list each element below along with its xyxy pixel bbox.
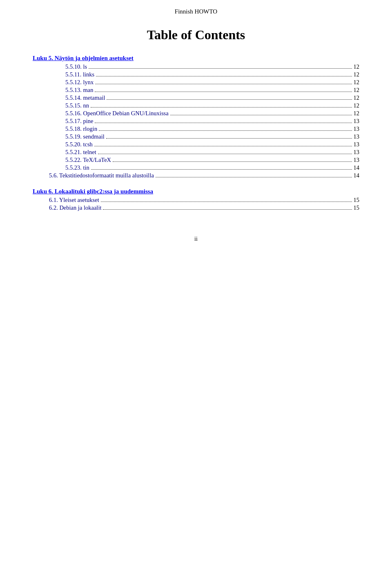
toc-entry: 5.5.12. lynx12 (33, 79, 359, 86)
section-heading-link-luku5[interactable]: Luku 5. Näytön ja ohjelmien asetukset (33, 55, 134, 61)
toc-link[interactable]: 5.5.11. links (65, 71, 94, 78)
toc-entry: 5.5.15. nn12 (33, 102, 359, 109)
toc-entry: 5.5.10. ls12 (33, 63, 359, 70)
toc-entry: 5.5.22. TeX/LaTeX13 (33, 157, 359, 164)
toc-page-number: 15 (354, 197, 360, 204)
section-heading-luku6[interactable]: Luku 6. Lokaalituki glibc2:ssa ja uudemm… (33, 188, 359, 195)
toc-link[interactable]: 5.5.13. man (65, 87, 93, 94)
toc-entry: 5.5.21. telnet13 (33, 149, 359, 156)
toc-dots (113, 161, 352, 162)
toc-page-number: 13 (354, 118, 360, 125)
toc-page-number: 13 (354, 141, 360, 148)
toc-page-number: 14 (354, 172, 360, 179)
toc-link[interactable]: 5.5.16. OpenOffice Debian GNU/Linuxissa (65, 110, 169, 117)
toc-link[interactable]: 5.5.21. telnet (65, 149, 96, 156)
toc-link[interactable]: 5.5.12. lynx (65, 79, 94, 86)
toc-page-number: 12 (354, 110, 360, 117)
toc-dots (95, 92, 352, 92)
section-heading-link-luku6[interactable]: Luku 6. Lokaalituki glibc2:ssa ja uudemm… (33, 188, 153, 195)
toc-page-number: 12 (354, 87, 360, 94)
toc-dots (170, 115, 352, 115)
toc-dots (91, 169, 352, 170)
toc-dots (103, 209, 352, 210)
toc-section-luku5: Luku 5. Näytön ja ohjelmien asetukset5.5… (33, 55, 359, 179)
toc-entry: 5.5.20. tcsh13 (33, 141, 359, 148)
toc-page-number: 12 (354, 94, 360, 101)
toc-entry: 5.5.17. pine13 (33, 118, 359, 125)
toc-link[interactable]: 5.6. Tekstitiedostoformaatit muilla alus… (49, 172, 154, 179)
toc-link[interactable]: 6.1. Yleiset asetukset (49, 197, 99, 204)
toc-page-number: 12 (354, 102, 360, 109)
toc-link[interactable]: 5.5.23. tin (65, 164, 89, 171)
toc-dots (99, 130, 352, 131)
toc-dots (96, 76, 352, 76)
toc-link[interactable]: 5.5.17. pine (65, 118, 93, 125)
toc-link[interactable]: 5.5.19. sendmail (65, 133, 105, 140)
section-heading-luku5[interactable]: Luku 5. Näytön ja ohjelmien asetukset (33, 55, 359, 62)
toc-dots (101, 202, 352, 202)
toc-entry: 5.5.13. man12 (33, 87, 359, 94)
toc-link[interactable]: 5.5.14. metamail (65, 94, 105, 101)
toc-link[interactable]: 6.2. Debian ja lokaalit (49, 204, 101, 211)
header-title: Finnish HOWTO (175, 8, 217, 15)
toc-dots (107, 99, 352, 100)
toc-dots (106, 138, 352, 139)
toc-link[interactable]: 5.5.10. ls (65, 63, 87, 70)
toc-dots (98, 154, 352, 154)
toc-section-luku6: Luku 6. Lokaalituki glibc2:ssa ja uudemm… (33, 188, 359, 211)
toc-page-number: 13 (354, 157, 360, 164)
toc-page-number: 14 (354, 164, 360, 171)
toc-entry: 5.5.19. sendmail13 (33, 133, 359, 140)
toc-title: Table of Contents (33, 27, 359, 43)
toc-dots (95, 123, 352, 123)
toc-entry: 5.5.14. metamail12 (33, 94, 359, 101)
toc-entry: 6.1. Yleiset asetukset15 (33, 197, 359, 204)
footer-text: ii (194, 236, 198, 242)
toc-link[interactable]: 5.5.18. rlogin (65, 125, 97, 132)
toc-dots (91, 107, 352, 108)
toc-page-number: 12 (354, 71, 360, 78)
toc-entry: 5.5.16. OpenOffice Debian GNU/Linuxissa1… (33, 110, 359, 117)
page-header: Finnish HOWTO (33, 8, 359, 15)
toc-link[interactable]: 5.5.20. tcsh (65, 141, 93, 148)
toc-entry: 5.6. Tekstitiedostoformaatit muilla alus… (33, 172, 359, 179)
toc-entry: 5.5.18. rlogin13 (33, 125, 359, 132)
toc-page-number: 13 (354, 125, 360, 132)
toc-entry: 6.2. Debian ja lokaalit15 (33, 204, 359, 211)
toc-entry: 5.5.23. tin14 (33, 164, 359, 171)
page-footer: ii (33, 236, 359, 242)
toc-page-number: 15 (354, 204, 360, 211)
toc-entry: 5.5.11. links12 (33, 71, 359, 78)
toc-dots (156, 177, 352, 177)
toc-dots (89, 68, 352, 69)
toc-link[interactable]: 5.5.22. TeX/LaTeX (65, 157, 111, 164)
toc-container: Luku 5. Näytön ja ohjelmien asetukset5.5… (33, 55, 359, 211)
toc-page-number: 12 (354, 79, 360, 86)
toc-link[interactable]: 5.5.15. nn (65, 102, 89, 109)
toc-page-number: 13 (354, 149, 360, 156)
toc-dots (94, 146, 352, 146)
toc-page-number: 12 (354, 63, 360, 70)
toc-page-number: 13 (354, 133, 360, 140)
toc-dots (95, 84, 352, 84)
